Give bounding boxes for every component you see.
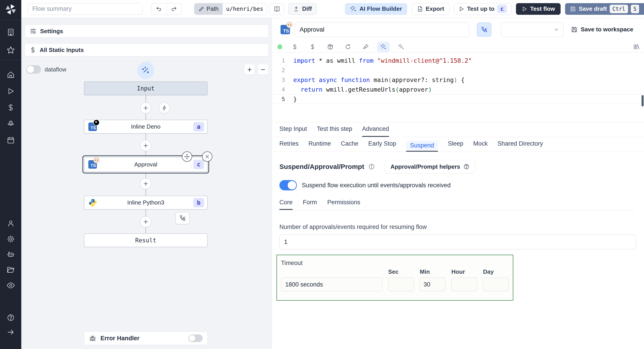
path-button[interactable]: Path <box>194 3 223 14</box>
tab-cache[interactable]: Cache <box>341 140 358 152</box>
test-flow-button[interactable]: Test flow <box>516 3 560 15</box>
move-step-button[interactable] <box>182 151 192 162</box>
add-step-button[interactable] <box>140 140 151 151</box>
runs-icon[interactable] <box>6 87 15 96</box>
add-step-button[interactable] <box>140 216 151 227</box>
audit-eye-icon[interactable] <box>6 281 15 290</box>
tab-suspend[interactable]: Suspend <box>406 142 438 152</box>
plus-minus-icon <box>293 6 299 12</box>
deploy-button-partial[interactable] <box>639 3 644 15</box>
suspend-phone-badge[interactable] <box>176 212 190 224</box>
info-icon[interactable] <box>368 163 375 170</box>
suspend-toggle[interactable] <box>280 180 297 190</box>
code-editor[interactable]: 1import * as wmill from "windmill-client… <box>272 53 644 122</box>
ai-flow-builder-button[interactable]: AI Flow Builder <box>345 3 407 15</box>
expand-sidebar-arrow-icon[interactable] <box>6 328 15 337</box>
code-line[interactable]: 3export async function main(approver?: s… <box>272 75 644 85</box>
editor-scrollbar-marker[interactable] <box>642 95 644 106</box>
code-line[interactable]: 5} <box>272 94 644 104</box>
tab-permissions[interactable]: Permissions <box>328 199 360 210</box>
add-trigger-zap-button[interactable] <box>159 103 170 113</box>
tab-early-stop[interactable]: Early Stop <box>368 140 396 152</box>
typescript-icon: TS <box>280 25 290 34</box>
timeout-duration-input[interactable] <box>281 278 382 292</box>
favorites-star-icon[interactable] <box>6 45 15 54</box>
bug-icon <box>89 335 96 342</box>
add-variable-icon[interactable] <box>288 42 301 52</box>
test-up-to-button[interactable]: Test up to c <box>454 3 512 15</box>
variables-icon[interactable] <box>6 103 15 112</box>
tab-sleep[interactable]: Sleep <box>448 140 463 152</box>
docs-book-button[interactable] <box>270 3 284 15</box>
code-line[interactable]: 2 <box>272 65 644 75</box>
tab-step-input[interactable]: Step Input <box>280 125 307 137</box>
ai-assistant-wand-icon[interactable] <box>377 42 390 52</box>
step-node-inline-python3[interactable]: Inline Python3 b <box>84 196 208 209</box>
ai-disabled-wand-icon[interactable] <box>395 42 408 52</box>
tab-runtime[interactable]: Runtime <box>308 140 331 152</box>
suspend-heading: Suspend/Approval/Prompt <box>280 163 364 170</box>
folders-icon[interactable] <box>6 266 15 274</box>
redo-button[interactable] <box>166 3 182 14</box>
save-to-workspace-button[interactable]: Save to workspace <box>571 26 633 33</box>
flow-summary-input[interactable] <box>28 3 142 15</box>
resources-icon[interactable] <box>6 119 15 128</box>
timeout-sec-input[interactable] <box>388 278 414 292</box>
input-node[interactable]: Input <box>84 81 208 95</box>
step-node-inline-deno[interactable]: TS Inline Deno a <box>84 120 208 133</box>
approval-prompt-helpers-button[interactable]: Approval/Prompt helpers <box>385 160 475 173</box>
format-brush-icon[interactable] <box>360 42 372 52</box>
main-tabs: Step Input Test this step Advanced <box>272 122 644 137</box>
lang-status-dot <box>278 44 282 49</box>
reload-icon[interactable] <box>342 42 354 52</box>
suspend-phone-button[interactable] <box>477 23 491 36</box>
error-handler-card[interactable]: Error Handler <box>84 332 208 345</box>
suspend-sub-tabs: Core Form Permissions <box>280 197 635 210</box>
delete-step-button[interactable] <box>202 151 212 162</box>
result-node[interactable]: Result <box>84 233 208 247</box>
add-resource-icon[interactable] <box>306 42 319 52</box>
topbar: Path u/henri/bes Diff AI Flow Builder Ex… <box>21 0 644 18</box>
tab-mock[interactable]: Mock <box>473 140 488 152</box>
settings-gear-icon[interactable] <box>6 235 15 244</box>
tab-advanced[interactable]: Advanced <box>362 125 389 137</box>
code-line[interactable]: 4 return wmill.getResumeUrls(approver) <box>272 85 644 94</box>
save-draft-button[interactable]: Save draft Ctrl S <box>565 3 644 15</box>
workspace-icon[interactable] <box>6 27 15 36</box>
approvals-count-input[interactable] <box>280 235 636 249</box>
ai-graph-wand-button[interactable] <box>137 62 154 79</box>
library-icon[interactable] <box>633 43 640 50</box>
tab-form[interactable]: Form <box>303 199 317 210</box>
users-icon[interactable] <box>6 219 15 228</box>
package-icon[interactable] <box>324 42 336 52</box>
diff-button[interactable]: Diff <box>288 3 317 15</box>
script-version-select[interactable] <box>501 22 564 37</box>
timeout-min-label: Min <box>420 268 446 275</box>
home-icon[interactable] <box>6 70 15 79</box>
step-name-input[interactable] <box>295 22 469 37</box>
workers-robot-icon[interactable] <box>6 250 15 259</box>
tab-core[interactable]: Core <box>280 199 293 210</box>
path-value[interactable]: u/henri/bes <box>223 3 267 14</box>
error-handler-toggle[interactable] <box>188 335 203 342</box>
tab-shared-directory[interactable]: Shared Directory <box>498 140 543 152</box>
timeout-min-input[interactable] <box>420 278 446 292</box>
timeout-hour-input[interactable] <box>452 278 477 292</box>
flow-settings-button[interactable]: Settings <box>25 25 268 38</box>
timeout-day-input[interactable] <box>483 278 509 292</box>
step-header: TS Save to workspace <box>272 18 644 41</box>
windmill-logo-icon[interactable] <box>5 3 17 16</box>
help-icon[interactable] <box>6 313 15 322</box>
schedules-icon[interactable] <box>6 136 15 145</box>
app-sidebar <box>0 0 21 349</box>
export-button[interactable]: Export <box>412 3 449 15</box>
code-line[interactable]: 1import * as wmill from "windmill-client… <box>272 56 644 65</box>
add-step-button[interactable] <box>140 103 151 113</box>
step-editor-panel: TS Save to workspace <box>272 18 644 349</box>
add-step-button[interactable] <box>140 178 151 189</box>
flow-graph-panel: Settings All Static Inputs dataflow + − <box>21 18 272 349</box>
tab-retries[interactable]: Retries <box>280 140 299 152</box>
tab-test-this-step[interactable]: Test this step <box>317 125 352 137</box>
all-static-inputs-button[interactable]: All Static Inputs <box>25 43 268 56</box>
undo-button[interactable] <box>151 3 166 14</box>
